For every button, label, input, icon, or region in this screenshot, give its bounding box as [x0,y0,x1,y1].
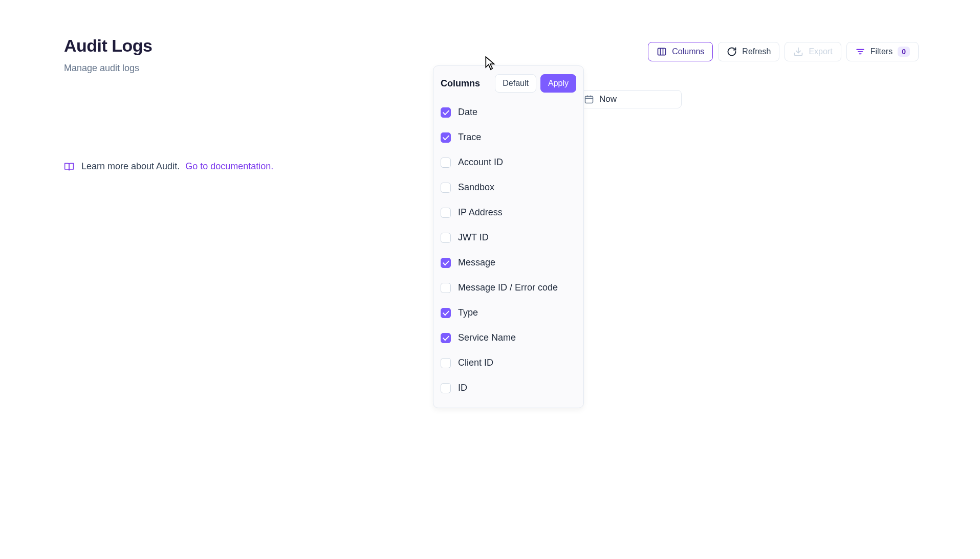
checkbox[interactable] [441,107,451,118]
column-option-label: Account ID [458,157,503,168]
column-option[interactable]: Account ID [441,150,576,175]
column-option[interactable]: Message [441,250,576,275]
calendar-icon [584,94,594,104]
filters-count-badge: 0 [898,47,910,57]
apply-button[interactable]: Apply [540,74,576,93]
page-subtitle: Manage audit logs [64,63,153,74]
checkbox[interactable] [441,158,451,168]
column-option-label: Date [458,107,477,118]
svg-rect-7 [585,96,593,103]
date-to-value: Now [599,94,617,104]
columns-checklist: DateTraceAccount IDSandboxIP AddressJWT … [433,98,583,400]
column-option[interactable]: Date [441,100,576,125]
toolbar: Columns Refresh Export Filters 0 [648,42,919,61]
checkbox[interactable] [441,208,451,218]
book-icon [64,162,74,172]
column-option[interactable]: Message ID / Error code [441,275,576,300]
column-option-label: JWT ID [458,232,489,243]
column-option-label: Service Name [458,332,516,343]
columns-button-label: Columns [672,47,704,56]
checkbox[interactable] [441,383,451,393]
checkbox[interactable] [441,358,451,368]
columns-icon [657,47,667,57]
learn-more-text: Learn more about Audit. [81,161,180,171]
export-button[interactable]: Export [785,42,841,61]
column-option[interactable]: Type [441,300,576,325]
checkbox[interactable] [441,283,451,293]
column-option[interactable]: Client ID [441,350,576,375]
svg-rect-0 [658,48,666,55]
filters-button-label: Filters [870,47,893,56]
refresh-button-label: Refresh [742,47,771,56]
column-option[interactable]: IP Address [441,200,576,225]
date-to-field[interactable]: Now [576,90,682,108]
export-button-label: Export [809,47,832,56]
refresh-icon [727,47,737,57]
checkbox[interactable] [441,132,451,143]
page-title: Audit Logs [64,36,153,56]
export-icon [793,47,803,57]
columns-button[interactable]: Columns [648,42,713,61]
column-option-label: Message ID / Error code [458,282,558,293]
column-option-label: Trace [458,132,481,143]
column-option-label: IP Address [458,207,503,218]
column-option-label: Type [458,307,478,318]
checkbox[interactable] [441,258,451,268]
checkbox[interactable] [441,183,451,193]
filters-button[interactable]: Filters 0 [846,42,919,61]
column-option[interactable]: Service Name [441,325,576,350]
checkbox[interactable] [441,333,451,343]
filter-icon [855,47,865,57]
column-option-label: ID [458,383,467,393]
column-option-label: Client ID [458,357,493,368]
default-button[interactable]: Default [495,74,536,93]
column-option-label: Sandbox [458,182,494,193]
documentation-link[interactable]: Go to documentation. [185,161,273,171]
column-option[interactable]: JWT ID [441,225,576,250]
checkbox[interactable] [441,233,451,243]
refresh-button[interactable]: Refresh [718,42,779,61]
columns-popover: Columns Default Apply DateTraceAccount I… [433,65,584,408]
column-option[interactable]: Trace [441,125,576,150]
popover-title: Columns [441,78,480,89]
column-option-label: Message [458,257,495,268]
checkbox[interactable] [441,308,451,318]
column-option[interactable]: ID [441,375,576,400]
column-option[interactable]: Sandbox [441,175,576,200]
